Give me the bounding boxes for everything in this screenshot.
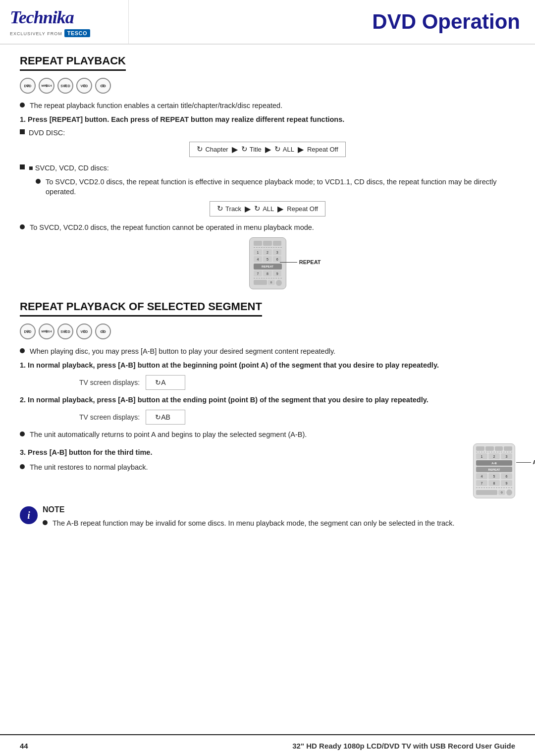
svcd-menu-bullets: To SVCD, VCD2.0 discs, the repeat functi…	[20, 222, 515, 232]
tv-display-row-a: TV screen displays: ↻A	[20, 375, 515, 390]
remote-btn-5: 5	[263, 256, 272, 262]
section-repeat-segment: REPEAT PLAYBACK OF SELECTED SEGMENT DVD …	[20, 300, 515, 532]
repeat-off-label: Repeat Off	[307, 146, 338, 153]
mpeg4-disc-icon: MPEG4	[39, 78, 54, 94]
remote-btn-8: 8	[263, 270, 272, 276]
bullet-dot7-icon	[43, 520, 48, 525]
remote-top-btn1	[254, 241, 263, 246]
display-ab-text: ↻AB	[155, 413, 170, 421]
ab-remote-body: 1 2 3 A-B REPEAT 4 5 6	[473, 443, 515, 498]
ab-circle-btn	[506, 489, 512, 495]
note-bullet-item: The A-B repeat function may be invalid f…	[43, 518, 455, 528]
track-label: Track	[225, 205, 241, 213]
remote-bottom-grid: 7 8 9	[254, 270, 282, 276]
bullet-dot5-icon	[20, 432, 25, 436]
remote-top-row	[254, 241, 282, 246]
track-arrow1-icon: ▶	[245, 204, 251, 214]
disc-mpeg4: MPEG4	[39, 78, 54, 94]
tv-display-row-ab: TV screen displays: ↻AB	[20, 410, 515, 425]
dvd-disc-label: DVD DISC:	[20, 128, 515, 138]
vcd2-disc-icon: VCD	[76, 324, 92, 339]
track-all-icon: ↻	[254, 204, 261, 213]
auto-return-bullets: The unit automatically returns to point …	[20, 430, 515, 439]
ab-num-3: 3	[501, 453, 512, 459]
svcd-disc-icon: SVCD	[57, 78, 73, 94]
disc-icons-row1: DVD MPEG4 SVCD VCD CD	[20, 78, 515, 94]
svcd-bullet-item: To SVCD, VCD2.0 discs, the repeat functi…	[36, 177, 515, 197]
remote-num-grid: 1 2 3 4 5 6	[254, 249, 282, 262]
exclusively-label: EXCLUSIVELY FROM	[10, 31, 62, 36]
section2-heading: REPEAT PLAYBACK OF SELECTED SEGMENT	[20, 300, 262, 317]
ab-callout-text: A-B	[533, 459, 535, 465]
svcd-menu-text: To SVCD, VCD2.0 discs, the repeat functi…	[30, 222, 314, 232]
ab-num-2: 2	[488, 453, 500, 459]
logo-area: Technika EXCLUSIVELY FROM TESCO	[0, 0, 129, 44]
ab-top-btn3	[495, 446, 503, 451]
ab-num-9: 9	[501, 480, 512, 486]
track-repeat-off-label: Repeat Off	[287, 205, 318, 213]
remote-top-btn2	[263, 241, 272, 246]
step3-text: 3. Press [A-B] button for the third time…	[20, 447, 448, 458]
remote-btn-9: 9	[273, 270, 282, 276]
ab-bullet-item: When playing disc, you may press [A-B] b…	[20, 346, 515, 356]
ab-num-4: 4	[476, 473, 487, 479]
disc2-vcd: VCD	[76, 324, 92, 339]
square-bullet-icon2	[20, 164, 25, 169]
ab-remote-illustration: 1 2 3 A-B REPEAT 4 5 6	[463, 443, 515, 498]
remote-btn-4: 4	[254, 256, 263, 262]
ab-top-btn2	[485, 446, 494, 451]
title-label: Title	[250, 146, 262, 153]
note-content: NOTE The A-B repeat function may be inva…	[43, 505, 455, 532]
all-repeat-icon: ↻	[274, 145, 281, 154]
vcd-disc-icon: VCD	[76, 78, 92, 94]
remote-btn-2: 2	[263, 249, 272, 255]
ab-bullet-text: When playing disc, you may press [A-B] b…	[30, 346, 335, 356]
remote-bottom-row: 0	[254, 280, 282, 286]
svcd-label-text: ■ SVCD, VCD, CD discs:	[29, 163, 109, 173]
bullet-dot4-icon	[20, 348, 25, 353]
ab-top-btn4	[504, 446, 512, 451]
auto-return-item: The unit automatically returns to point …	[20, 430, 515, 439]
ab-num-5: 5	[488, 473, 500, 479]
bullet-item: The repeat playback function enables a c…	[20, 101, 515, 110]
ab-button-highlight: A-B	[476, 460, 512, 466]
header-title-area: DVD Operation	[129, 0, 535, 44]
svcd-menu-bullet: To SVCD, VCD2.0 discs, the repeat functi…	[20, 222, 515, 232]
arrow3-icon: ▶	[298, 145, 304, 154]
arrow2-icon: ▶	[265, 145, 271, 154]
bold-instruction-1: 1. Press [REPEAT] button. Each press of …	[20, 114, 515, 124]
square-bullet-icon	[20, 129, 25, 134]
arrow1-icon: ▶	[232, 145, 238, 154]
title-repeat-icon: ↻	[241, 145, 248, 154]
ab-num-7: 7	[476, 480, 487, 486]
info-i-icon: i	[27, 510, 30, 521]
step2-text: 2. In normal playback, press [A-B] butto…	[20, 395, 515, 406]
disc-cd: CD	[95, 78, 111, 94]
dvd-repeat-sequence: ↻ Chapter ▶ ↻ Title ▶ ↻ ALL ▶ Repeat Off	[20, 142, 515, 157]
cd2-disc-icon: CD	[95, 324, 111, 339]
ab-top-btn1	[476, 446, 484, 451]
remote-container: 1 2 3 4 5 6 REPEAT 7 8 9	[249, 237, 286, 289]
page-title: DVD Operation	[372, 10, 520, 34]
disc-vcd: VCD	[76, 78, 92, 94]
remote-recall-btn	[254, 280, 267, 285]
svcd-bullet-text: To SVCD, VCD2.0 discs, the repeat functi…	[46, 177, 515, 197]
tv-display-box-a: ↻A	[146, 375, 185, 390]
remote-btn-3: 3	[273, 249, 282, 255]
repeat-label-callout: REPEAT	[280, 259, 321, 265]
bullet-dot-icon	[20, 103, 25, 108]
ab-divider2	[476, 487, 512, 488]
ab-divider1	[476, 452, 512, 452]
note-label: NOTE	[43, 505, 455, 514]
step3-left: 3. Press [A-B] button for the third time…	[20, 443, 448, 476]
dvd-seq-box: ↻ Chapter ▶ ↻ Title ▶ ↻ ALL ▶ Repeat Off	[189, 142, 345, 157]
step3-row: 3. Press [A-B] button for the third time…	[20, 443, 515, 498]
callout-line	[280, 262, 297, 263]
disc2-dvd: DVD	[20, 324, 36, 339]
track-arrow2-icon: ▶	[277, 204, 283, 214]
normal-playback-item: The unit restores to normal playback.	[20, 462, 448, 472]
ab-remote-top-btns	[476, 446, 512, 451]
disc-svcd: SVCD	[57, 78, 73, 94]
note-text: The A-B repeat function may be invalid f…	[53, 518, 455, 528]
track-repeat-sequence: ↻ Track ▶ ↻ ALL ▶ Repeat Off	[20, 201, 515, 216]
